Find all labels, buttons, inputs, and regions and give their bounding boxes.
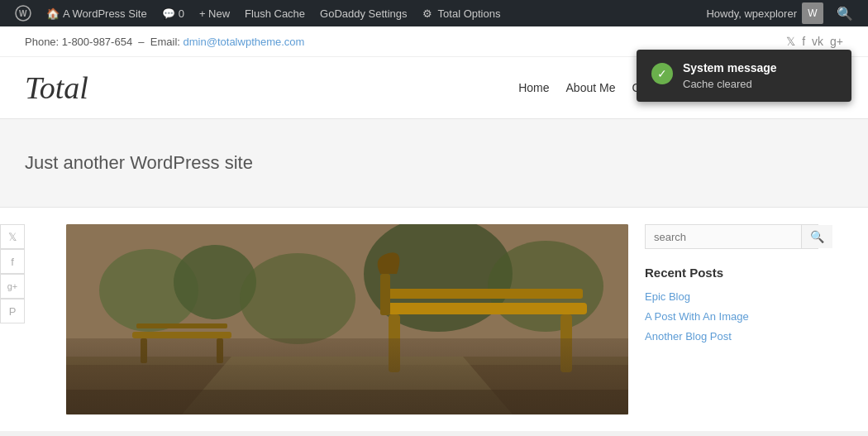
howdy-label: Howdy, wpexplorer	[706, 7, 797, 20]
svg-rect-20	[66, 390, 628, 414]
vk-icon[interactable]: vk	[812, 35, 823, 48]
checkmark-icon: ✓	[657, 67, 667, 80]
new-item[interactable]: + New	[193, 0, 236, 26]
svg-point-5	[240, 253, 355, 344]
search-input[interactable]	[646, 225, 801, 248]
svg-rect-15	[380, 303, 587, 314]
recent-post-link-2[interactable]: A Post With An Image	[645, 310, 749, 323]
email-link[interactable]: dmin@totalwptheme.com	[184, 36, 305, 48]
svg-rect-8	[66, 357, 628, 414]
svg-rect-14	[217, 338, 223, 363]
svg-rect-12	[136, 323, 227, 328]
list-item: Another Blog Post	[645, 329, 818, 343]
avatar: W	[802, 2, 823, 24]
social-sidebar: 𝕏 f g+ P	[0, 224, 25, 323]
hero-banner: Just another WordPress site	[0, 118, 868, 208]
flush-cache-label: Flush Cache	[245, 7, 305, 20]
site-name-item[interactable]: 🏠 A WordPress Site	[40, 0, 154, 26]
comments-icon: 💬	[162, 7, 175, 20]
googleplus-share-icon: g+	[7, 281, 18, 291]
svg-rect-13	[141, 338, 147, 363]
phone-number: 1-800-987-654	[62, 36, 132, 48]
svg-rect-19	[380, 274, 390, 315]
site-logo: Total	[25, 69, 88, 106]
home-icon: 🏠	[46, 7, 60, 20]
svg-rect-11	[132, 332, 231, 338]
email-label: Email:	[150, 36, 180, 48]
flush-cache-item[interactable]: Flush Cache	[238, 0, 312, 26]
list-item: A Post With An Image	[645, 309, 818, 323]
pinterest-share-icon: P	[9, 305, 17, 318]
system-message-icon: ✓	[651, 63, 673, 84]
godaddy-item[interactable]: GoDaddy Settings	[313, 0, 414, 26]
svg-rect-17	[389, 314, 400, 372]
social-googleplus-btn[interactable]: g+	[0, 274, 25, 299]
adminbar-search-icon[interactable]: 🔍	[830, 6, 860, 22]
total-options-label: Total Options	[438, 7, 501, 20]
topbar-contact: Phone: 1-800-987-654 – Email: dmin@total…	[25, 36, 304, 48]
comments-item[interactable]: 💬 0	[155, 0, 191, 26]
social-pinterest-btn[interactable]: P	[0, 299, 25, 323]
svg-rect-9	[66, 365, 628, 414]
system-message-body: Cache cleared	[683, 78, 777, 90]
search-submit-button[interactable]: 🔍	[801, 225, 832, 248]
social-twitter-btn[interactable]: 𝕏	[0, 224, 25, 249]
svg-marker-10	[182, 357, 513, 414]
svg-rect-18	[560, 314, 572, 372]
wp-logo-item[interactable]: W	[8, 0, 38, 26]
comments-count: 0	[179, 7, 184, 20]
system-message-title: System message	[683, 61, 777, 74]
recent-post-link-1[interactable]: Epic Blog	[645, 290, 690, 303]
recent-posts-title: Recent Posts	[645, 266, 818, 280]
svg-rect-16	[384, 289, 583, 299]
recent-post-link-3[interactable]: Another Blog Post	[645, 330, 732, 343]
topbar-social: 𝕏 f vk g+	[786, 35, 843, 48]
godaddy-label: GoDaddy Settings	[320, 7, 408, 20]
facebook-share-icon: f	[11, 256, 14, 268]
hero-tagline: Just another WordPress site	[25, 152, 843, 174]
phone-label: Phone:	[25, 36, 59, 48]
howdy-area[interactable]: Howdy, wpexplorer W	[706, 2, 823, 24]
new-label: + New	[199, 7, 230, 20]
social-facebook-btn[interactable]: f	[0, 249, 25, 274]
widget-sidebar: 🔍 Recent Posts Epic Blog A Post With An …	[628, 224, 835, 414]
post-featured-image	[66, 224, 628, 414]
main-content: 𝕏 f g+ P	[0, 208, 868, 431]
gear-icon: ⚙	[422, 7, 432, 20]
nav-home[interactable]: Home	[518, 81, 549, 94]
svg-text:W: W	[19, 9, 27, 18]
site-name-label: A WordPress Site	[63, 7, 147, 20]
admin-bar: W 🏠 A WordPress Site 💬 0 + New Flush Cac…	[0, 0, 868, 26]
total-options-item[interactable]: ⚙ Total Options	[416, 0, 508, 26]
search-widget: 🔍	[645, 224, 818, 249]
svg-point-7	[488, 241, 603, 332]
list-item: Epic Blog	[645, 290, 818, 303]
system-message-popup: ✓ System message Cache cleared	[637, 50, 851, 102]
facebook-icon[interactable]: f	[802, 35, 805, 48]
nav-about[interactable]: About Me	[566, 81, 616, 94]
post-area	[66, 224, 628, 414]
system-message-content: System message Cache cleared	[683, 61, 777, 90]
googleplus-icon[interactable]: g+	[830, 35, 843, 48]
twitter-icon[interactable]: 𝕏	[786, 35, 795, 48]
twitter-share-icon: 𝕏	[8, 231, 17, 243]
recent-posts-list: Epic Blog A Post With An Image Another B…	[645, 290, 818, 343]
